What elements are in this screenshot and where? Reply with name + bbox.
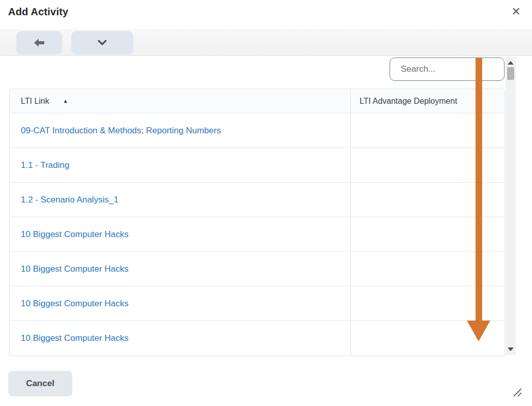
lti-link[interactable]: 09-CAT Introduction & Methods; Reporting…: [21, 126, 221, 136]
deployment-cell: [350, 217, 505, 251]
deployment-cell: [350, 321, 505, 356]
dialog-title: Add Activity: [8, 6, 68, 18]
scroll-down-icon[interactable]: [508, 347, 514, 351]
add-activity-dialog: Add Activity ✕: [0, 0, 532, 406]
lti-link[interactable]: 10 Biggest Computer Hacks: [21, 299, 129, 309]
table-row: 09-CAT Introduction & Methods; Reporting…: [10, 113, 505, 148]
lti-link[interactable]: 1.1 - Trading: [21, 160, 69, 170]
sort-ascending-icon: ▲: [63, 98, 68, 104]
deployment-cell: [350, 113, 505, 148]
lti-link[interactable]: 10 Biggest Computer Hacks: [21, 264, 129, 274]
table-row: 10 Biggest Computer Hacks: [10, 217, 505, 252]
back-arrow-icon: [33, 38, 45, 48]
table-row: 1.2 - Scenario Analysis_1: [10, 183, 505, 217]
resize-grip-icon: [512, 391, 523, 399]
column-header-lti-link[interactable]: LTI Link ▲: [10, 89, 350, 113]
deployment-cell: [350, 286, 505, 321]
scroll-up-icon[interactable]: [508, 61, 514, 65]
scrollbar-thumb[interactable]: [507, 67, 514, 80]
deployment-cell: [350, 252, 505, 286]
close-icon: ✕: [512, 5, 521, 18]
table-row: 10 Biggest Computer Hacks: [10, 321, 505, 356]
deployment-cell: [350, 148, 505, 182]
back-button[interactable]: [16, 31, 62, 54]
table-row: 1.1 - Trading: [10, 148, 505, 183]
expand-button[interactable]: [71, 31, 133, 54]
resize-handle[interactable]: [512, 387, 523, 400]
search-box: [390, 57, 505, 81]
table-header-row: LTI Link ▲ LTI Advantage Deployment: [10, 89, 505, 113]
lti-link[interactable]: 10 Biggest Computer Hacks: [21, 229, 129, 240]
deployment-cell: [350, 183, 505, 217]
column-header-label: LTI Link: [21, 97, 49, 106]
close-button[interactable]: ✕: [512, 6, 521, 17]
column-header-deployment: LTI Advantage Deployment: [350, 89, 505, 113]
lti-links-table: LTI Link ▲ LTI Advantage Deployment 09-C…: [9, 89, 505, 356]
vertical-scrollbar[interactable]: [506, 57, 516, 355]
cancel-button[interactable]: Cancel: [8, 371, 72, 396]
toolbar: [0, 29, 532, 56]
chevron-down-icon: [97, 39, 107, 46]
column-header-label: LTI Advantage Deployment: [360, 97, 457, 106]
lti-link[interactable]: 1.2 - Scenario Analysis_1: [21, 195, 119, 205]
search-input[interactable]: [390, 58, 505, 80]
table-row: 10 Biggest Computer Hacks: [10, 252, 505, 286]
lti-link[interactable]: 10 Biggest Computer Hacks: [21, 333, 129, 343]
table-row: 10 Biggest Computer Hacks: [10, 286, 505, 321]
